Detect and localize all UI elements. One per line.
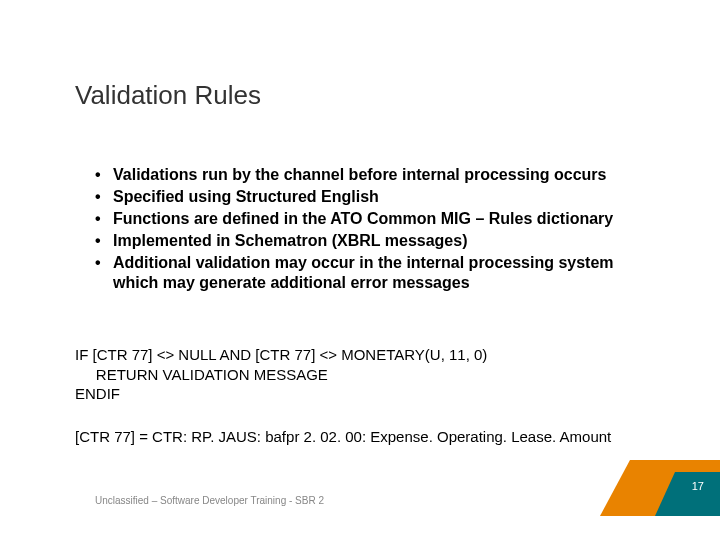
bullet-dot-icon: • <box>95 253 113 293</box>
code-line: ENDIF <box>75 384 655 404</box>
bullet-item: • Functions are defined in the ATO Commo… <box>95 209 650 229</box>
bullet-text: Functions are defined in the ATO Common … <box>113 209 650 229</box>
reference-line: [CTR 77] = CTR: RP. JAUS: bafpr 2. 02. 0… <box>75 428 675 445</box>
bullet-text: Implemented in Schematron (XBRL messages… <box>113 231 650 251</box>
bullet-dot-icon: • <box>95 209 113 229</box>
footer-classification: Unclassified – Software Developer Traini… <box>95 495 324 506</box>
bullet-item: • Validations run by the channel before … <box>95 165 650 185</box>
bullet-dot-icon: • <box>95 231 113 251</box>
bullet-item: • Additional validation may occur in the… <box>95 253 650 293</box>
bullet-list: • Validations run by the channel before … <box>95 165 650 295</box>
code-line: RETURN VALIDATION MESSAGE <box>75 365 655 385</box>
slide: Validation Rules • Validations run by th… <box>0 0 720 540</box>
bullet-text: Specified using Structured English <box>113 187 650 207</box>
slide-title: Validation Rules <box>75 80 261 111</box>
bullet-text: Additional validation may occur in the i… <box>113 253 650 293</box>
bullet-item: • Implemented in Schematron (XBRL messag… <box>95 231 650 251</box>
bullet-item: • Specified using Structured English <box>95 187 650 207</box>
bullet-dot-icon: • <box>95 187 113 207</box>
bullet-text: Validations run by the channel before in… <box>113 165 650 185</box>
bullet-dot-icon: • <box>95 165 113 185</box>
page-number: 17 <box>692 480 704 492</box>
code-line: IF [CTR 77] <> NULL AND [CTR 77] <> MONE… <box>75 345 655 365</box>
code-block: IF [CTR 77] <> NULL AND [CTR 77] <> MONE… <box>75 345 655 404</box>
